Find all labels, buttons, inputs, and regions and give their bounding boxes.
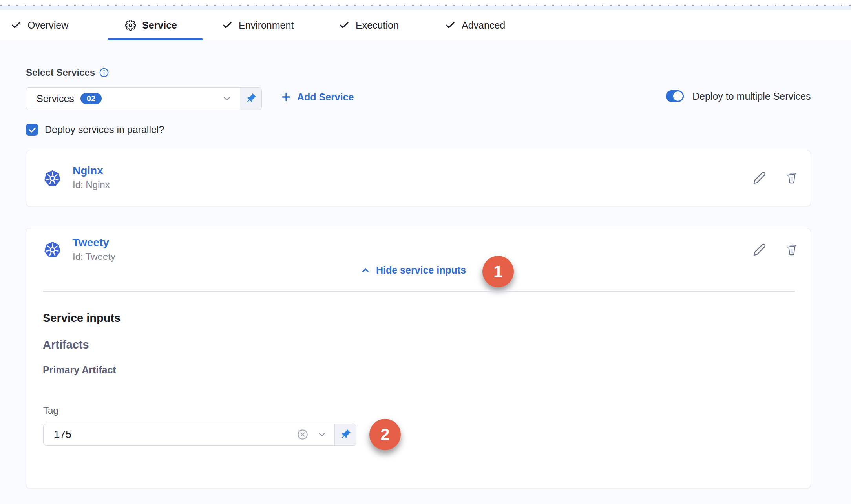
add-service-button[interactable]: Add Service <box>281 90 354 104</box>
annotation-badge-2: 2 <box>369 419 401 450</box>
service-inputs-heading: Service inputs <box>43 312 121 325</box>
tab-label: Environment <box>239 20 294 31</box>
primary-artifact-heading: Primary Artifact <box>43 364 116 376</box>
tab-service[interactable]: Service <box>125 10 177 40</box>
check-icon <box>445 20 456 31</box>
service-tab-content: Select Services Services 02 <box>0 40 851 504</box>
plus-icon <box>281 91 292 102</box>
service-card-tweety: Tweety Id: Tweety Hide service inputs <box>26 228 811 488</box>
pushpin-icon <box>340 429 351 440</box>
chevron-up-icon <box>360 265 371 276</box>
parallel-checkbox-label: Deploy services in parallel? <box>45 124 164 135</box>
kubernetes-icon <box>44 170 61 186</box>
tag-label: Tag <box>43 405 58 416</box>
select-services-label: Select Services <box>26 67 109 78</box>
tag-input-control <box>43 424 356 446</box>
services-select-value: Services <box>37 93 74 104</box>
parallel-checkbox-row: Deploy services in parallel? <box>26 124 164 136</box>
service-name-link[interactable]: Tweety <box>73 236 109 249</box>
deploy-multiple-toggle-row: Deploy to multiple Services <box>666 90 811 102</box>
check-icon <box>339 20 350 31</box>
edit-service-button[interactable] <box>752 242 767 257</box>
tab-label: Advanced <box>462 20 505 31</box>
parallel-checkbox[interactable] <box>26 124 38 136</box>
services-count-badge: 02 <box>80 93 102 104</box>
tab-execution[interactable]: Execution <box>339 10 399 40</box>
edit-service-button[interactable] <box>752 170 767 186</box>
top-margin <box>0 0 851 5</box>
tag-input[interactable] <box>44 429 297 441</box>
services-select: Services 02 <box>26 87 262 110</box>
service-card-nginx: Nginx Id: Nginx <box>26 150 811 206</box>
pushpin-icon <box>245 93 257 104</box>
tab-label: Execution <box>356 20 399 31</box>
tab-label: Service <box>142 20 177 31</box>
hide-service-inputs-button[interactable]: Hide service inputs <box>360 265 466 276</box>
deploy-stage-config-screen: Overview Service Environment Execution <box>0 0 851 504</box>
deploy-multiple-toggle-label: Deploy to multiple Services <box>692 91 811 102</box>
delete-service-button[interactable] <box>784 242 800 257</box>
top-blue-strip <box>0 6 851 10</box>
info-icon[interactable] <box>99 68 109 78</box>
gear-icon <box>125 20 136 31</box>
annotation-badge-1: 1 <box>482 256 514 287</box>
card-divider <box>43 291 795 292</box>
pin-runtime-input-button[interactable] <box>240 88 261 110</box>
tab-environment[interactable]: Environment <box>222 10 294 40</box>
clear-input-icon[interactable] <box>297 429 309 440</box>
check-icon <box>11 20 22 31</box>
toggle-knob <box>673 91 683 101</box>
pin-runtime-input-button[interactable] <box>334 424 356 445</box>
kubernetes-icon <box>44 241 61 258</box>
delete-service-button[interactable] <box>784 170 800 186</box>
tab-label: Overview <box>27 20 68 31</box>
check-icon <box>222 20 233 31</box>
tab-advanced[interactable]: Advanced <box>445 10 505 40</box>
tab-overview[interactable]: Overview <box>11 10 68 40</box>
services-select-field[interactable]: Services 02 <box>26 88 240 110</box>
stage-tabbar: Overview Service Environment Execution <box>0 10 851 41</box>
chevron-down-icon[interactable] <box>222 93 232 104</box>
deploy-multiple-toggle[interactable] <box>666 90 684 102</box>
chevron-down-icon[interactable] <box>317 430 327 439</box>
artifacts-heading: Artifacts <box>43 338 89 351</box>
service-name-link[interactable]: Nginx <box>73 164 103 177</box>
service-id: Id: Tweety <box>73 251 115 262</box>
service-id: Id: Nginx <box>73 179 110 190</box>
